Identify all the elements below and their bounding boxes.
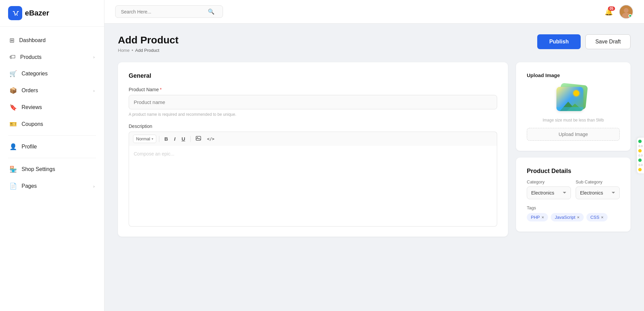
tag-label: CSS [590, 215, 600, 220]
product-name-hint: A product name is required and recommend… [129, 112, 497, 117]
editor-toolbar: Normal ▾ B I U [129, 132, 497, 146]
image-insert-button[interactable] [193, 135, 203, 143]
products-icon: 🏷 [9, 54, 15, 61]
sidebar-item-label: Profile [22, 144, 37, 150]
sidebar-item-label: Coupons [22, 121, 43, 127]
product-name-label: Product Name* [129, 87, 497, 92]
indicator-label-1: 0.0 [638, 144, 643, 148]
tag-css-remove[interactable]: × [601, 215, 604, 219]
notification-badge: 05 [608, 6, 615, 11]
toolbar-divider [190, 136, 191, 142]
svg-point-1 [15, 15, 16, 16]
header-right: 🔔 05 [605, 5, 633, 19]
tags-container: PHP × JavaScript × CSS × [527, 213, 620, 221]
format-selected: Normal [136, 136, 150, 141]
image-front [556, 87, 583, 111]
logo-area: eBazer [0, 0, 104, 27]
categories-icon: 🛒 [9, 70, 17, 77]
indicator-dot-2 [638, 149, 642, 152]
editor-body[interactable]: Compose an epic... [129, 146, 497, 227]
image-stack [556, 84, 590, 114]
breadcrumb-separator: • [132, 48, 133, 53]
editor-placeholder: Compose an epic... [134, 151, 174, 157]
tag-javascript-remove[interactable]: × [577, 215, 580, 219]
product-name-input[interactable] [129, 95, 497, 109]
underline-button[interactable]: U [179, 135, 188, 143]
coupons-icon: 🎫 [9, 120, 17, 128]
online-indicator [629, 14, 632, 18]
nav-menu: ⊞ Dashboard 🏷 Products › 🛒 Categories [0, 27, 104, 311]
category-select[interactable]: Electronics Clothing Books Home & Garden [527, 186, 571, 199]
general-section-title: General [129, 72, 497, 79]
sidebar-item-label: Shop Settings [22, 166, 55, 172]
breadcrumb-home[interactable]: Home [118, 48, 130, 53]
header: 🔍 🔔 05 [104, 0, 644, 24]
toolbar-divider [159, 136, 159, 142]
page-actions: Publish Save Draft [537, 34, 631, 49]
avatar[interactable] [619, 5, 633, 19]
required-marker: * [160, 87, 161, 92]
upload-image-button[interactable]: Upload Image [527, 128, 620, 141]
sub-category-label: Sub Category [576, 179, 620, 184]
sidebar-item-label: Pages [22, 183, 37, 189]
app-name: eBazer [25, 9, 49, 18]
sidebar-item-orders[interactable]: 📦 Orders › [0, 82, 104, 99]
profile-icon: 👤 [9, 143, 17, 150]
italic-button[interactable]: I [172, 135, 178, 143]
search-input[interactable] [121, 9, 205, 14]
sidebar-item-shop-settings[interactable]: 🏪 Shop Settings [0, 161, 104, 178]
left-column: General Product Name* A product name is … [118, 62, 508, 243]
sidebar: eBazer ⊞ Dashboard 🏷 Products › 🛒 Catego [0, 0, 104, 311]
svg-rect-0 [11, 9, 20, 18]
breadcrumb: Home • Add Product [118, 48, 179, 53]
nav-divider [8, 158, 96, 158]
image-size-hint: Image size must be less than 5Mb [527, 118, 620, 123]
tag-php-remove[interactable]: × [542, 215, 544, 219]
sidebar-item-dashboard[interactable]: ⊞ Dashboard [0, 32, 104, 49]
logo-icon [8, 6, 22, 20]
tag-css: CSS × [586, 213, 608, 221]
chevron-down-icon: ▾ [152, 137, 153, 141]
indicator-label-3: 0.0 [638, 163, 643, 167]
sidebar-item-pages[interactable]: 📄 Pages › [0, 178, 104, 195]
chevron-right-icon: › [93, 184, 95, 189]
indicator-label-2: 0.0 [638, 154, 643, 157]
two-column-layout: General Product Name* A product name is … [118, 62, 631, 243]
save-draft-button[interactable]: Save Draft [585, 34, 631, 49]
notification-button[interactable]: 🔔 05 [605, 8, 613, 16]
page-title-area: Add Product Home • Add Product [118, 34, 179, 53]
main-content: 🔍 🔔 05 [104, 0, 644, 311]
right-column: Upload Image [516, 62, 631, 243]
content-area: Add Product Home • Add Product Publish S… [104, 24, 644, 311]
sidebar-item-categories[interactable]: 🛒 Categories [0, 65, 104, 82]
breadcrumb-current: Add Product [135, 48, 159, 53]
svg-point-4 [624, 8, 629, 13]
indicator-dot-4 [638, 168, 642, 171]
sidebar-item-profile[interactable]: 👤 Profile [0, 138, 104, 155]
sidebar-item-label: Dashboard [19, 37, 45, 43]
tags-label: Tags [527, 205, 620, 210]
shop-settings-icon: 🏪 [9, 166, 17, 173]
publish-button[interactable]: Publish [537, 34, 581, 49]
upload-image-card: Upload Image [516, 62, 631, 151]
indicator-dot-1 [638, 140, 642, 143]
bold-button[interactable]: B [162, 135, 170, 143]
sidebar-item-coupons[interactable]: 🎫 Coupons [0, 116, 104, 133]
sidebar-item-products[interactable]: 🏷 Products › [0, 49, 104, 65]
sidebar-item-label: Reviews [22, 104, 42, 110]
nav-divider [8, 135, 96, 136]
tag-javascript: JavaScript × [551, 213, 583, 221]
upload-image-title: Upload Image [527, 72, 620, 78]
format-select[interactable]: Normal ▾ [133, 135, 156, 143]
reviews-icon: 🔖 [9, 104, 17, 111]
tag-label: PHP [531, 215, 540, 220]
product-details-card: Product Details Category Electronics Clo… [516, 158, 631, 232]
dashboard-icon: ⊞ [9, 37, 14, 44]
search-bar[interactable]: 🔍 [115, 5, 223, 18]
tag-label: JavaScript [555, 215, 575, 220]
sub-category-select[interactable]: Electronics Smartphones Laptops Accessor… [576, 186, 620, 199]
sidebar-item-reviews[interactable]: 🔖 Reviews [0, 99, 104, 116]
category-field: Category Electronics Clothing Books Home… [527, 179, 571, 199]
category-grid: Category Electronics Clothing Books Home… [527, 179, 620, 199]
code-button[interactable]: </> [205, 135, 217, 143]
